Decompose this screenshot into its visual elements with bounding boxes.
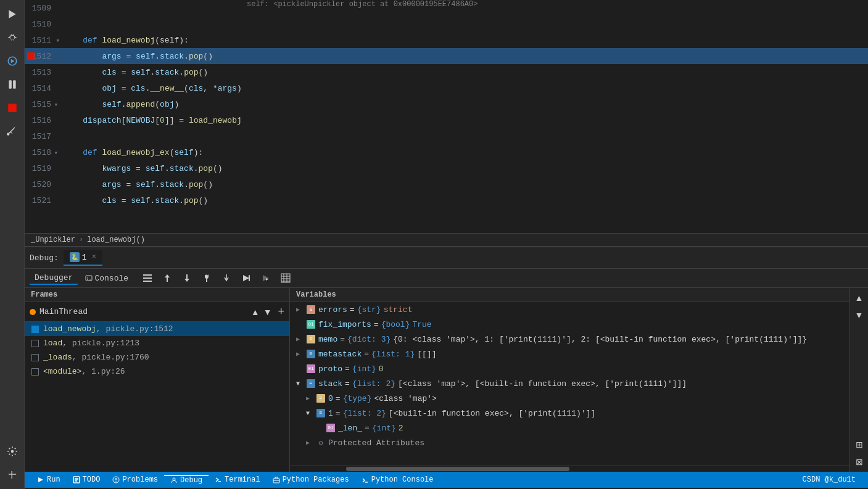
- line-number-1512: 1512: [25, 52, 59, 61]
- line-number-1521: 1521: [25, 196, 59, 205]
- code-line-1519: 1519 kwargs = self.stack.pop(): [25, 160, 868, 176]
- var-icon-errors: s: [306, 305, 316, 314]
- code-line-1521: 1521 cls = self.stack.pop(): [25, 192, 868, 208]
- code-line-1516: 1516 dispatch[NEWOBJ[0]] = load_newobj: [25, 112, 868, 128]
- frame-text-4: <module>, 1.py:26: [43, 367, 125, 376]
- code-content-1510: [59, 20, 868, 29]
- debugger-tab-btn[interactable]: Debugger: [30, 272, 78, 285]
- table-view-btn[interactable]: [278, 271, 294, 285]
- status-packages-btn[interactable]: Python Packages: [267, 475, 355, 484]
- debug-tab-1[interactable]: 🐍 1 ×: [64, 250, 102, 266]
- code-content-1511: def load_newobj(self): self: <pickleUnpi…: [59, 36, 868, 45]
- thread-nav-down-btn[interactable]: ▼: [263, 307, 272, 317]
- frame-item-1[interactable]: load_newobj, pickle.py:1512: [25, 322, 289, 336]
- frame-icon-2: [31, 339, 39, 348]
- status-problems-btn[interactable]: Problems: [106, 475, 164, 484]
- code-content-1521: cls = self.stack.pop(): [59, 196, 868, 205]
- line-number-1517: 1517: [25, 132, 59, 141]
- sidebar-wrench-icon[interactable]: [3, 28, 22, 47]
- code-line-1514: 1514 obj = cls.__new__(cls, *args): [25, 80, 868, 96]
- status-bar: Run TODO Problems Debug Terminal Python …: [25, 472, 868, 488]
- svg-rect-9: [249, 275, 250, 281]
- variables-list: ▶ s errors = {str} strict 01 fix_imports: [290, 302, 849, 466]
- pause-step-btn[interactable]: [258, 271, 274, 285]
- step-over-up-btn[interactable]: [159, 271, 175, 285]
- svg-rect-7: [143, 277, 152, 279]
- var-item-stack: ▼ ≡ stack = {list: 2} [<class 'map'>, [<…: [290, 376, 849, 391]
- code-content-1512: args = self.stack.pop(): [59, 52, 868, 61]
- frame-item-3[interactable]: _loads, pickle.py:1760: [25, 350, 289, 364]
- line-number-1519: 1519: [25, 164, 59, 173]
- svg-point-4: [10, 450, 14, 453]
- side-expand-btn[interactable]: ⊠: [852, 454, 867, 469]
- sidebar-settings-icon[interactable]: [3, 442, 22, 461]
- side-down-btn[interactable]: ▼: [852, 308, 867, 323]
- variables-scrollbar[interactable]: [290, 466, 849, 472]
- step-into-btn[interactable]: [199, 271, 215, 285]
- status-csdn-label: CSDN @k_du1t: [796, 475, 862, 484]
- frame-icon-1: [31, 325, 39, 334]
- status-console-btn[interactable]: Python Console: [355, 475, 440, 484]
- var-icon-memo: ≡: [306, 334, 316, 344]
- thread-selector: MainThread ▲ ▼ +: [25, 302, 289, 322]
- list-view-btn[interactable]: [139, 271, 155, 285]
- var-item-memo: ▶ ≡ memo = {dict: 3} {0: <class 'map'>, …: [290, 332, 849, 347]
- side-up-btn[interactable]: ▲: [852, 290, 867, 305]
- var-icon-stack-1: ≡: [316, 408, 326, 418]
- line-number-1509: 1509: [25, 4, 59, 13]
- resume-btn[interactable]: [238, 271, 254, 285]
- step-over-down-btn[interactable]: [179, 271, 195, 285]
- frame-text-2: load, pickle.py:1213: [43, 339, 139, 348]
- thread-status-dot: [30, 309, 36, 315]
- var-item-protected: ▶ ⚙ Protected Attributes: [290, 435, 849, 450]
- var-icon-proto: 01: [306, 364, 316, 374]
- side-copy-btn[interactable]: ⊞: [852, 437, 867, 452]
- status-run-btn[interactable]: Run: [31, 475, 67, 484]
- thread-name: MainThread: [39, 307, 247, 316]
- debug-header: Debug: 🐍 1 ×: [25, 247, 868, 269]
- line-number-1515: 1515 ▾: [25, 100, 59, 109]
- sidebar-stop-icon[interactable]: [3, 99, 22, 117]
- breadcrumb-method: load_newobj(): [87, 236, 145, 244]
- status-todo-btn[interactable]: TODO: [67, 475, 107, 484]
- variables-panel: Variables ▶ s errors = {str} strict: [290, 288, 849, 472]
- breadcrumb-class: _Unpickler: [31, 236, 75, 244]
- thread-nav-up-btn[interactable]: ▲: [251, 307, 260, 317]
- tab-close-button[interactable]: ×: [92, 253, 96, 261]
- code-line-1515: 1515 ▾ self.append(obj): [25, 96, 868, 112]
- var-item-errors: ▶ s errors = {str} strict: [290, 302, 849, 317]
- code-content-1514: obj = cls.__new__(cls, *args): [59, 84, 868, 93]
- line-number-1520: 1520: [25, 180, 59, 189]
- code-content-1518: def load_newobj_ex(self):: [59, 148, 868, 157]
- code-line-1517: 1517: [25, 128, 868, 144]
- code-line-1510: 1510: [25, 16, 868, 32]
- sidebar-brush-icon[interactable]: [3, 122, 22, 141]
- sidebar-pause-icon[interactable]: [3, 75, 22, 94]
- var-icon-stack-0: ≡: [316, 393, 326, 403]
- var-icon-metastack: ≡: [306, 349, 316, 359]
- frame-text-1: load_newobj, pickle.py:1512: [43, 324, 173, 334]
- sidebar-debug-run-icon[interactable]: [3, 52, 22, 70]
- line-number-1516: 1516: [25, 116, 59, 125]
- code-content-1513: cls = self.stack.pop(): [59, 68, 868, 77]
- code-content-1516: dispatch[NEWOBJ[0]] = load_newobj: [59, 116, 868, 125]
- var-item-metastack: ▶ ≡ metastack = {list: 1} [[]]: [290, 347, 849, 361]
- line-number-1514: 1514: [25, 84, 59, 93]
- sidebar-run-icon[interactable]: [3, 5, 22, 23]
- var-item-stack-0: ▶ ≡ 0 = {type} <class 'map'>: [290, 391, 849, 406]
- var-icon-fix-imports: 01: [306, 319, 316, 329]
- thread-add-btn[interactable]: +: [278, 305, 284, 318]
- frame-icon-4: [31, 368, 39, 376]
- python-icon: 🐍: [70, 252, 80, 262]
- step-out-btn[interactable]: [218, 271, 234, 285]
- status-terminal-btn[interactable]: Terminal: [209, 475, 267, 484]
- console-tab-btn[interactable]: Console: [80, 273, 133, 284]
- debug-toolbar: Debugger Console: [25, 269, 868, 288]
- frame-item-2[interactable]: load, pickle.py:1213: [25, 336, 289, 350]
- status-debug-btn[interactable]: Debug: [164, 475, 209, 485]
- frame-icon-3: [31, 353, 39, 362]
- line-number-1518: 1518 ▾: [25, 148, 59, 157]
- breadcrumb: _Unpickler › load_newobj(): [25, 233, 868, 247]
- frame-item-4[interactable]: <module>, 1.py:26: [25, 364, 289, 379]
- sidebar-expand-icon[interactable]: [3, 466, 22, 484]
